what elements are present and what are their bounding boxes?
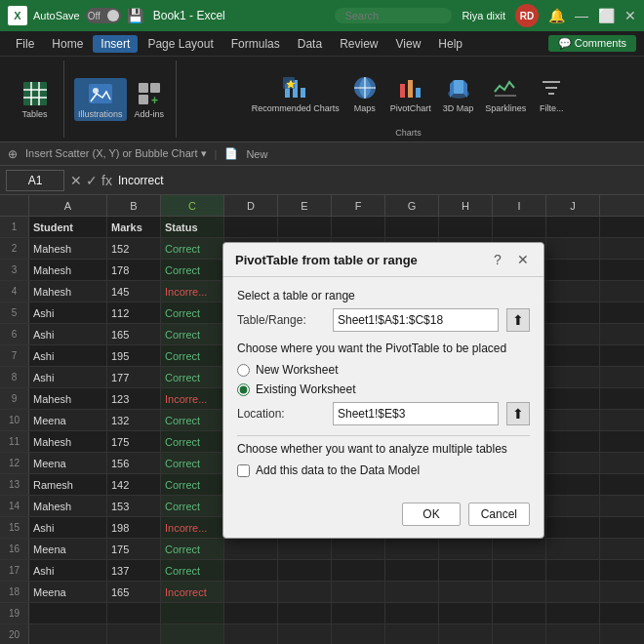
table-cell[interactable]: Ashi (29, 560, 107, 581)
table-cell[interactable]: Mahesh (29, 281, 107, 302)
table-cell[interactable] (439, 603, 493, 624)
comments-button[interactable]: 💬 Comments (548, 35, 636, 52)
table-cell[interactable] (546, 453, 600, 473)
table-cell[interactable] (224, 582, 278, 602)
table-cell[interactable]: Correct (161, 324, 224, 344)
table-cell[interactable] (278, 582, 332, 602)
table-cell[interactable] (29, 624, 107, 644)
save-icon[interactable]: 💾 (127, 8, 143, 23)
table-cell[interactable] (161, 624, 224, 644)
table-cell[interactable]: 112 (107, 302, 161, 323)
table-cell[interactable]: Correct (161, 560, 224, 581)
table-cell[interactable] (278, 539, 332, 559)
table-cell[interactable] (493, 217, 546, 237)
table-cell[interactable] (546, 539, 600, 559)
table-cell[interactable]: 175 (107, 539, 161, 559)
table-cell[interactable] (332, 624, 385, 644)
table-range-input[interactable] (333, 308, 499, 332)
table-cell[interactable] (224, 603, 278, 624)
table-cell[interactable] (439, 624, 493, 644)
table-cell[interactable] (439, 560, 493, 581)
close-icon[interactable]: ✕ (624, 8, 636, 23)
table-cell[interactable] (332, 217, 385, 237)
table-cell[interactable]: 132 (107, 410, 161, 430)
table-cell[interactable] (385, 603, 439, 624)
table-cell[interactable] (224, 539, 278, 559)
table-cell[interactable]: 175 (107, 431, 161, 452)
table-cell[interactable] (546, 624, 600, 644)
table-cell[interactable] (493, 560, 546, 581)
tables-button[interactable]: Tables (18, 78, 53, 121)
table-cell[interactable] (546, 560, 600, 581)
table-cell[interactable] (546, 603, 600, 624)
table-cell[interactable] (546, 345, 600, 366)
table-cell[interactable] (546, 281, 600, 302)
table-cell[interactable]: 142 (107, 474, 161, 495)
restore-icon[interactable]: ⬜ (598, 8, 615, 23)
table-cell[interactable] (546, 410, 600, 430)
table-cell[interactable] (546, 238, 600, 259)
table-cell[interactable] (546, 388, 600, 409)
table-cell[interactable]: Incorre... (161, 388, 224, 409)
location-input[interactable] (333, 402, 499, 425)
table-cell[interactable]: 153 (107, 496, 161, 516)
table-cell[interactable] (546, 474, 600, 495)
new-worksheet-radio[interactable] (237, 364, 250, 377)
table-cell[interactable] (278, 624, 332, 644)
table-cell[interactable]: Status (161, 217, 224, 237)
table-cell[interactable]: Marks (107, 217, 161, 237)
table-cell[interactable] (546, 496, 600, 516)
table-cell[interactable]: Mahesh (29, 260, 107, 280)
col-header-h[interactable]: H (439, 195, 493, 216)
cancel-formula-icon[interactable]: ✕ (70, 173, 82, 188)
table-cell[interactable]: Meena (29, 582, 107, 602)
col-header-g[interactable]: G (385, 195, 439, 216)
table-cell[interactable]: Correct (161, 410, 224, 430)
pivotchart-button[interactable]: PivotChart (386, 72, 435, 115)
existing-worksheet-label[interactable]: Existing Worksheet (256, 382, 356, 396)
scatter-chart-icon[interactable]: ⊕ (8, 147, 18, 161)
table-cell[interactable]: Incorre... (161, 281, 224, 302)
menu-view[interactable]: View (388, 35, 429, 53)
confirm-formula-icon[interactable]: ✓ (86, 173, 98, 188)
3d-map-button[interactable]: 3D Map (439, 72, 478, 115)
table-cell[interactable]: Correct (161, 302, 224, 323)
table-cell[interactable] (546, 324, 600, 344)
col-header-b[interactable]: B (107, 195, 161, 216)
table-cell[interactable]: Ramesh (29, 474, 107, 495)
table-cell[interactable] (278, 603, 332, 624)
menu-file[interactable]: File (8, 35, 42, 53)
table-cell[interactable]: Incorre... (161, 517, 224, 538)
table-cell[interactable]: Meena (29, 453, 107, 473)
dialog-help-icon[interactable]: ? (489, 251, 506, 268)
table-cell[interactable]: Correct (161, 539, 224, 559)
table-cell[interactable] (546, 367, 600, 387)
sparklines-button[interactable]: Sparklines (481, 72, 530, 115)
table-cell[interactable] (546, 302, 600, 323)
minimize-icon[interactable]: — (575, 8, 588, 23)
table-cell[interactable] (224, 624, 278, 644)
table-cell[interactable]: Mahesh (29, 431, 107, 452)
table-cell[interactable] (493, 603, 546, 624)
cancel-button[interactable]: Cancel (468, 503, 530, 526)
table-cell[interactable] (278, 560, 332, 581)
col-header-d[interactable]: D (224, 195, 278, 216)
table-cell[interactable]: 195 (107, 345, 161, 366)
table-cell[interactable]: 198 (107, 517, 161, 538)
add-data-model-label[interactable]: Add this data to the Data Model (256, 463, 420, 477)
maps-button[interactable]: Maps (347, 72, 382, 115)
menu-home[interactable]: Home (44, 35, 91, 53)
table-cell[interactable]: 137 (107, 560, 161, 581)
table-cell[interactable] (439, 582, 493, 602)
menu-page-layout[interactable]: Page Layout (140, 35, 221, 53)
table-cell[interactable]: Meena (29, 539, 107, 559)
table-cell[interactable]: Meena (29, 410, 107, 430)
dialog-close-icon[interactable]: ✕ (514, 251, 532, 268)
table-cell[interactable]: Ashi (29, 302, 107, 323)
add-ins-button[interactable]: + Add-ins (131, 78, 169, 121)
table-cell[interactable] (493, 582, 546, 602)
table-cell[interactable]: Ashi (29, 324, 107, 344)
table-cell[interactable]: Correct (161, 238, 224, 259)
table-cell[interactable] (546, 431, 600, 452)
table-cell[interactable] (493, 539, 546, 559)
